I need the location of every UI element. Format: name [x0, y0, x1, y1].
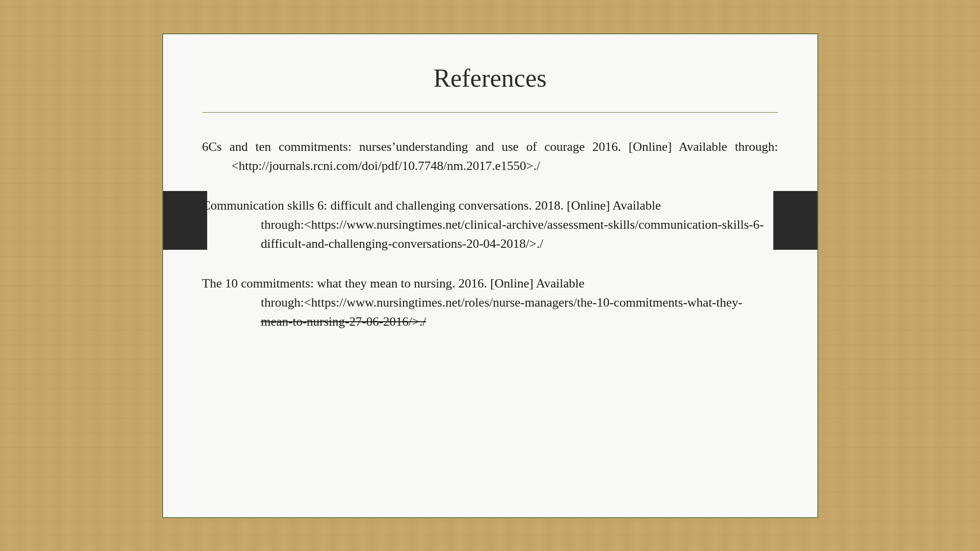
- reference-text: 6Cs and ten commitments: nurses’understa…: [202, 140, 778, 173]
- references-list: 6Cs and ten commitments: nurses’understa…: [202, 137, 778, 331]
- list-item: The 10 commitments: what they mean to nu…: [202, 274, 778, 331]
- divider: [202, 112, 778, 113]
- list-item: Communication skills 6: difficult and ch…: [202, 196, 778, 253]
- list-item: 6Cs and ten commitments: nurses’understa…: [202, 137, 778, 175]
- slide-title: References: [202, 64, 778, 93]
- side-panel-left: [163, 191, 207, 250]
- reference-prefix: Communication skills 6: difficult and ch…: [202, 198, 661, 213]
- reference-url-1: through:<https://www.nursingtimes.net/cl…: [232, 215, 778, 234]
- reference-url-2: difficult-and-challenging-conversations-…: [232, 234, 778, 253]
- reference-prefix: The 10 commitments: what they mean to nu…: [202, 276, 585, 290]
- reference-url-1: through:<https://www.nursingtimes.net/ro…: [232, 293, 778, 312]
- slide: References 6Cs and ten commitments: nurs…: [162, 33, 818, 518]
- side-panel-right: [773, 191, 817, 250]
- reference-url-2: mean-to-nursing-27-06-2016/>./: [232, 312, 778, 331]
